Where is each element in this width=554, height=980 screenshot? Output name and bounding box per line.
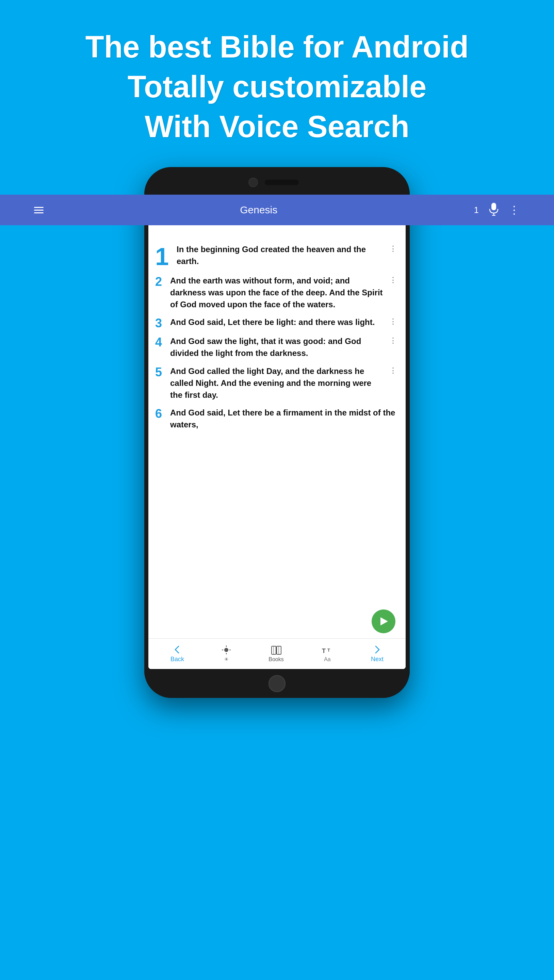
verse-text-5: And God called the light Day, and the da… [170,366,385,401]
verse-number-1: 1 [155,243,174,269]
phone-camera [248,178,258,187]
verse-menu-3[interactable]: ⋮ [387,317,399,327]
verse-number-6: 6 [155,407,167,420]
verse-menu-5[interactable]: ⋮ [387,366,399,375]
svg-rect-0 [491,203,496,210]
verse-menu-2[interactable]: ⋮ [387,275,399,285]
hero-line2: Totally customizable [127,70,427,104]
books-label: Books [269,656,283,662]
toolbar-title: Genesis [240,204,277,216]
verse-text-2: And the earth was without form, and void… [170,275,385,310]
nav-brightness[interactable]: ☀ [221,645,231,662]
verse-5: 5 And God called the light Day, and the … [155,366,399,401]
verse-6: 6 And God said, Let there be a firmament… [155,407,399,431]
font-size-label: Aa [324,656,331,662]
svg-text:T: T [327,648,330,653]
verse-number-5: 5 [155,366,167,379]
verse-text-1: In the beginning God created the heaven … [177,243,385,267]
phone-home-button[interactable] [269,675,285,692]
hero-section: The best Bible for Android Totally custo… [0,0,554,160]
verse-text-4: And God saw the light, that it was good:… [170,336,385,360]
hero-line3: With Voice Search [145,110,409,143]
phone-screen: ◎ 🔕 ⏰ [148,196,406,669]
verse-text-3: And God said, Let there be light: and th… [170,317,385,328]
verse-3: 3 And God said, Let there be light: and … [155,317,399,329]
verse-menu-4[interactable]: ⋮ [387,336,399,346]
verse-4: 4 And God saw the light, that it was goo… [155,336,399,360]
back-label: Back [170,656,184,663]
nav-next[interactable]: Next [371,645,384,663]
svg-point-7 [224,648,228,652]
bible-content: 1 In the beginning God created the heave… [148,210,406,442]
verse-2: 2 And the earth was without form, and vo… [155,275,399,310]
verse-number-2: 2 [155,275,167,288]
verse-number-3: 3 [155,317,167,329]
verse-1: 1 In the beginning God created the heave… [155,243,399,269]
app-toolbar: Genesis 1 ⋮ [0,195,554,225]
nav-font-size[interactable]: T T Aa [321,646,333,662]
nav-books[interactable]: Books [269,646,283,662]
toolbar-chapter: 1 [474,205,479,215]
more-button[interactable]: ⋮ [509,204,520,216]
menu-button[interactable] [34,207,43,213]
phone-speaker [265,180,299,185]
mic-button[interactable] [489,203,498,217]
brightness-label: ☀ [224,656,229,662]
phone-body: ◎ 🔕 ⏰ [144,167,410,698]
verse-number-4: 4 [155,336,167,348]
verse-menu-1[interactable]: ⋮ [387,243,399,254]
svg-text:T: T [322,648,326,654]
phone-bottom [144,669,410,698]
next-label: Next [371,656,384,663]
nav-back[interactable]: Back [170,645,184,663]
phone-mockup: ◎ 🔕 ⏰ [0,167,554,698]
hero-line1: The best Bible for Android [85,30,469,64]
verse-text-6: And God said, Let there be a firmament i… [170,407,399,431]
bottom-nav: Back ☀ [148,638,406,669]
phone-top [144,167,410,198]
play-button[interactable] [372,609,395,633]
